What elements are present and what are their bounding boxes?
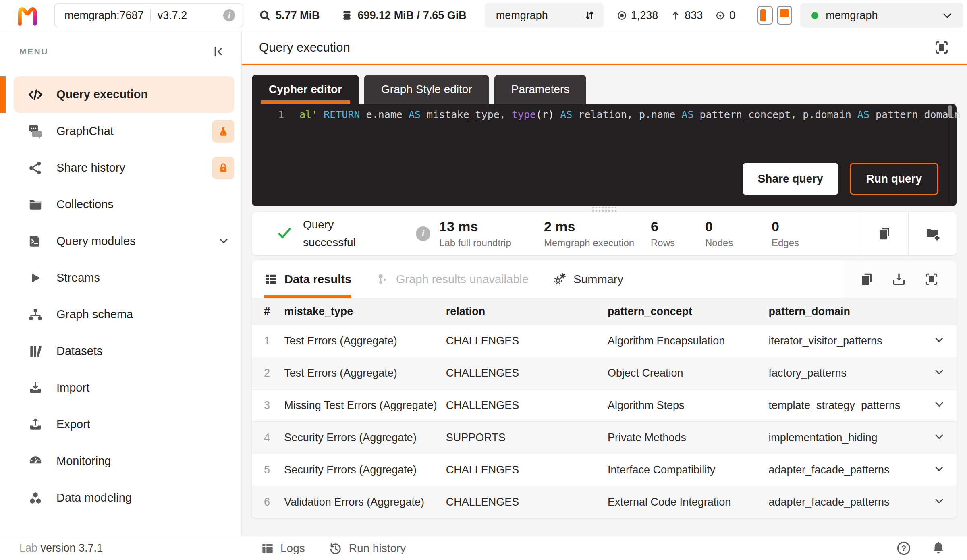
connection-host: memgraph:7687 [64, 9, 144, 22]
flask-icon [217, 125, 229, 137]
expand-results-button[interactable] [924, 272, 939, 287]
logs-button[interactable]: Logs [261, 541, 305, 555]
table-cell: CHALLENGES [446, 325, 608, 357]
table-cell: External Code Integration [608, 486, 768, 518]
table-cell: Validation Errors (Aggregate) [284, 486, 446, 518]
sitemap-icon [27, 307, 44, 323]
info-icon[interactable]: i [416, 226, 430, 241]
copy-icon [877, 226, 892, 241]
version-link[interactable]: version 3.7.1 [41, 542, 103, 554]
main-header: Query execution [242, 31, 967, 65]
table-cell: Interface Compatibility [608, 454, 768, 486]
sidebar-item-graphchat[interactable]: GraphChat [14, 113, 234, 149]
books-icon [27, 343, 44, 359]
memgraph-lab-app: memgraph:7687 v3.7.2 i 5.77 MiB 699.12 M… [0, 0, 967, 560]
table-cell: CHALLENGES [446, 454, 608, 486]
sidebar-item-query-execution[interactable]: Query execution [14, 76, 234, 113]
sidebar: MENU Query execution GraphChat [0, 31, 242, 536]
table-cell: CHALLENGES [446, 389, 608, 421]
instance-selector[interactable]: memgraph [800, 3, 963, 28]
connection-status-dot [811, 12, 818, 19]
gears-icon [552, 272, 567, 286]
table-cell: Private Methods [608, 421, 768, 454]
table-cell: Test Errors (Aggregate) [284, 357, 446, 389]
copy-table-button[interactable] [859, 272, 874, 286]
row-expand-button[interactable] [922, 454, 957, 486]
copy-results-button[interactable] [860, 226, 908, 241]
layout-top-panel-toggle[interactable] [777, 6, 792, 25]
table-cell: implementation_hiding [768, 421, 922, 454]
table-row[interactable]: 5Security Errors (Aggregate)CHALLENGESIn… [252, 454, 957, 486]
share-query-button[interactable]: Share query [743, 163, 838, 195]
results-actions [842, 260, 957, 298]
editor-scrollbar-thumb[interactable] [948, 105, 952, 117]
sidebar-item-monitoring[interactable]: Monitoring [14, 443, 234, 479]
sidebar-item-share-history[interactable]: Share history [14, 149, 234, 186]
tab-cypher-editor[interactable]: Cypher editor [252, 75, 359, 104]
share-icon [27, 160, 44, 176]
table-row[interactable]: 4Security Errors (Aggregate)SUPPORTSPriv… [252, 421, 957, 454]
sidebar-item-data-modeling[interactable]: Data modeling [14, 479, 234, 516]
connection-info-box[interactable]: memgraph:7687 v3.7.2 i [54, 3, 243, 27]
sidebar-item-export[interactable]: Export [14, 406, 234, 443]
panel-resize-handle[interactable] [252, 206, 957, 212]
help-icon[interactable]: ? [896, 541, 911, 556]
gauge-icon [27, 453, 44, 469]
table-cell: 4 [252, 421, 284, 454]
metric-roundtrip: 13 ms Lab full roundtrip [439, 219, 544, 249]
layout-left-panel-toggle[interactable] [757, 6, 773, 25]
save-to-collection-button[interactable] [909, 226, 957, 241]
row-expand-button[interactable] [922, 357, 957, 389]
table-cell: Test Errors (Aggregate) [284, 325, 446, 357]
sidebar-item-streams[interactable]: Streams [14, 259, 234, 296]
table-cell: CHALLENGES [446, 486, 608, 518]
chevron-down-icon [933, 430, 946, 443]
table-cell: SUPPORTS [446, 421, 608, 454]
table-row[interactable]: 3Missing Test Errors (Aggregate)CHALLENG… [252, 389, 957, 421]
lab-version: Lab version 3.7.1 [0, 542, 242, 554]
run-history-button[interactable]: Run history [328, 541, 406, 556]
storage-usage-indicator: 699.12 MiB / 7.65 GiB [341, 9, 467, 22]
fullscreen-icon [924, 272, 939, 287]
main-panel: Query execution Cypher editor Graph Styl… [242, 31, 967, 536]
code-line: 1 al' RETURN e.name AS mistake_type, typ… [252, 104, 957, 122]
tab-parameters[interactable]: Parameters [494, 75, 587, 104]
sidebar-item-graph-schema[interactable]: Graph schema [14, 296, 234, 333]
table-cell: 2 [252, 357, 284, 389]
row-expand-button[interactable] [922, 421, 957, 454]
layout-toggle-group [757, 6, 792, 25]
tab-summary[interactable]: Summary [552, 260, 623, 298]
table-row[interactable]: 6Validation Errors (Aggregate)CHALLENGES… [252, 486, 957, 518]
table-cell: CHALLENGES [446, 357, 608, 389]
results-tab-bar: Data results Graph results unavailable S… [252, 260, 957, 299]
tab-graph-style-editor[interactable]: Graph Style editor [364, 75, 489, 104]
bell-icon[interactable] [931, 541, 946, 556]
bottom-bar: Lab version 3.7.1 Logs Run history ? [0, 536, 967, 560]
chevron-down-icon [933, 333, 946, 346]
table-cell: 1 [252, 325, 284, 357]
table-row[interactable]: 2Test Errors (Aggregate)CHALLENGESObject… [252, 357, 957, 389]
sidebar-item-import[interactable]: Import [14, 369, 234, 406]
run-query-button[interactable]: Run query [850, 163, 938, 195]
tab-graph-results: Graph results unavailable [376, 260, 529, 298]
database-selector[interactable]: memgraph [485, 3, 604, 28]
sidebar-item-datasets[interactable]: Datasets [14, 333, 234, 369]
info-icon[interactable]: i [223, 9, 235, 21]
row-expand-button[interactable] [922, 486, 957, 518]
download-results-button[interactable] [891, 272, 907, 287]
table-row[interactable]: 1Test Errors (Aggregate)CHALLENGESAlgori… [252, 325, 957, 357]
col-header-relation: relation [446, 299, 608, 325]
fullscreen-icon[interactable] [934, 39, 950, 56]
collapse-sidebar-icon[interactable] [211, 44, 225, 59]
sidebar-item-query-modules[interactable]: Query modules [14, 223, 234, 259]
top-bar: memgraph:7687 v3.7.2 i 5.77 MiB 699.12 M… [0, 0, 967, 31]
sidebar-item-collections[interactable]: Collections [14, 186, 234, 223]
row-expand-button[interactable] [922, 389, 957, 421]
row-expand-button[interactable] [922, 325, 957, 357]
tab-data-results[interactable]: Data results [264, 260, 351, 298]
table-cell: Algorithm Steps [608, 389, 768, 421]
other-counter: 0 [715, 9, 735, 22]
status-message: Query successful [303, 216, 369, 251]
storage-usage-value: 699.12 MiB / 7.65 GiB [358, 9, 467, 22]
cypher-editor[interactable]: 1 al' RETURN e.name AS mistake_type, typ… [252, 104, 957, 206]
